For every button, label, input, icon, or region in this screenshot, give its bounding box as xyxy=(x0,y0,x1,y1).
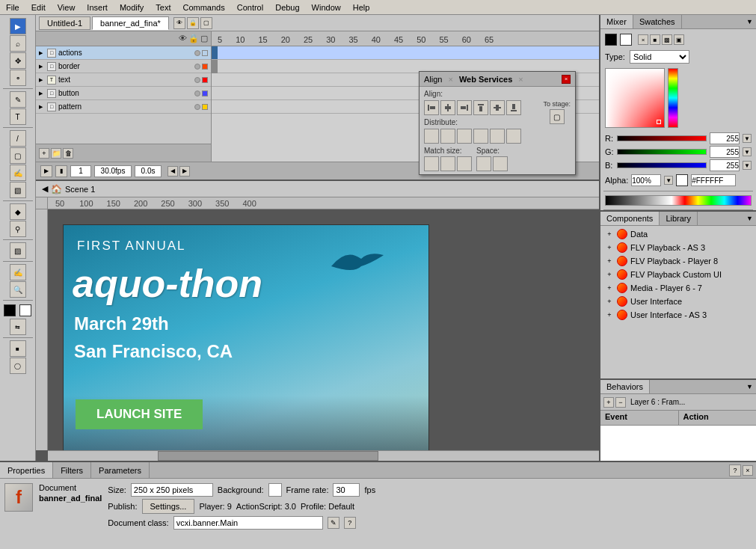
menu-modify[interactable]: Modify xyxy=(114,1,150,13)
alpha-input[interactable]: 100% xyxy=(631,174,661,186)
tostage-btn[interactable]: ▢ xyxy=(550,109,565,124)
layer-text[interactable]: ▶ T text xyxy=(36,73,211,87)
tab-components[interactable]: Components xyxy=(600,212,660,225)
color-spectrum[interactable] xyxy=(605,68,665,128)
align-vcenter-btn[interactable] xyxy=(490,100,505,115)
rect-tool[interactable]: ▢ xyxy=(10,147,26,164)
dist-left-btn[interactable] xyxy=(424,129,439,144)
class-input[interactable]: vcxi.banner.Main xyxy=(173,516,323,530)
prev-frame-btn[interactable]: ◀ xyxy=(168,166,178,177)
menu-insert[interactable]: Insert xyxy=(81,1,114,13)
remove-behavior-btn[interactable]: − xyxy=(615,397,626,408)
match-w-btn[interactable] xyxy=(424,156,439,171)
fill-tool[interactable]: ◆ xyxy=(10,203,26,220)
dist-right-btn[interactable] xyxy=(457,129,472,144)
mixer-menu-btn[interactable]: ▼ xyxy=(743,15,756,28)
snap-btn[interactable]: ■ xyxy=(10,340,26,357)
tab-mixer[interactable]: Mixer xyxy=(600,15,633,28)
align-right-btn[interactable] xyxy=(457,100,472,115)
expand-flvcustom[interactable]: + xyxy=(605,270,614,279)
swap-colors[interactable]: ⇆ xyxy=(10,319,26,335)
fps-input[interactable]: 30 xyxy=(333,483,360,497)
dist-hcenter-btn[interactable] xyxy=(440,129,455,144)
comp-item-media[interactable]: + Media - Player 6 - 7 xyxy=(602,281,755,295)
layer-border[interactable]: ▶ □ border xyxy=(36,60,211,73)
stroke-color[interactable] xyxy=(4,304,16,316)
new-folder-btn[interactable]: 📁 xyxy=(51,148,61,159)
comp-item-ui-as3[interactable]: + User Interface - AS 3 xyxy=(602,308,755,322)
eraser-tool[interactable]: ▨ xyxy=(10,242,26,259)
tab-behaviors[interactable]: Behaviors xyxy=(600,380,650,393)
fill-swatch[interactable] xyxy=(620,34,632,46)
lock-btn[interactable]: 🔒 xyxy=(187,17,199,29)
settings-btn[interactable]: Settings... xyxy=(142,499,195,514)
add-behavior-btn[interactable]: + xyxy=(603,397,614,408)
hue-slider[interactable] xyxy=(668,68,678,128)
dist-bottom-btn[interactable] xyxy=(506,129,521,144)
layer-button[interactable]: ▶ □ button xyxy=(36,87,211,100)
next-frame-btn[interactable]: ▶ xyxy=(179,166,190,177)
layer-pattern[interactable]: ▶ □ pattern xyxy=(36,100,211,114)
hex-input[interactable]: #FFFFFF xyxy=(691,174,736,186)
launch-site-btn[interactable]: LAUNCH SITE xyxy=(76,399,203,429)
align-bottom-btn[interactable] xyxy=(506,100,521,115)
space-v-btn[interactable] xyxy=(493,156,508,171)
layer-lock-icon[interactable]: 🔒 xyxy=(188,34,199,43)
hand-tool[interactable]: ✍ xyxy=(10,264,26,280)
match-h-btn[interactable] xyxy=(440,156,455,171)
comp-item-flv2[interactable]: + FLV Playback - Player 8 xyxy=(602,254,755,268)
class-debug-btn[interactable]: ? xyxy=(344,517,356,529)
zoom-tool[interactable]: 🔍 xyxy=(10,281,26,298)
r-arrow[interactable]: ▼ xyxy=(743,134,752,143)
pencil-tool[interactable]: ✍ xyxy=(10,165,26,181)
menu-commands[interactable]: Commands xyxy=(176,1,230,13)
stop-btn[interactable]: ▮ xyxy=(55,165,67,177)
pen-tool[interactable]: ✎ xyxy=(10,91,26,108)
b-input[interactable]: 255 xyxy=(710,159,740,171)
layer-actions[interactable]: ▶ □ actions xyxy=(36,46,211,60)
fps-display[interactable]: 30.0fps xyxy=(94,165,132,177)
brush-tool[interactable]: ▧ xyxy=(10,182,26,198)
bg-color[interactable] xyxy=(268,483,282,497)
align-left-btn[interactable] xyxy=(424,100,439,115)
play-btn[interactable]: ▶ xyxy=(40,165,52,177)
delete-layer-btn[interactable]: 🗑 xyxy=(63,148,73,159)
menu-debug[interactable]: Debug xyxy=(269,1,305,13)
menu-window[interactable]: Window xyxy=(306,1,347,13)
expand-media[interactable]: + xyxy=(605,283,614,292)
prop-info-btn[interactable]: ? xyxy=(729,464,741,476)
tab-untitled[interactable]: Untitled-1 xyxy=(39,16,90,30)
frame-number[interactable]: 1 xyxy=(70,165,91,177)
onion-btn[interactable]: ◯ xyxy=(10,358,26,374)
menu-edit[interactable]: Edit xyxy=(25,1,52,13)
g-arrow[interactable]: ▼ xyxy=(743,147,752,156)
dist-top-btn[interactable] xyxy=(473,129,488,144)
bitmap-btn[interactable]: ▣ xyxy=(674,34,684,45)
tab-library[interactable]: Library xyxy=(660,212,698,225)
back-btn[interactable]: ◀ xyxy=(42,184,48,194)
menu-view[interactable]: View xyxy=(52,1,82,13)
behav-menu-btn[interactable]: ▼ xyxy=(743,380,756,393)
b-arrow[interactable]: ▼ xyxy=(743,161,752,170)
expand-flv2[interactable]: + xyxy=(605,257,614,266)
fill-color[interactable] xyxy=(19,304,31,316)
align-tab[interactable]: Align xyxy=(424,75,442,84)
r-slider[interactable] xyxy=(617,135,707,141)
eye-btn[interactable]: 👁 xyxy=(173,17,185,29)
outline-btn[interactable]: ▢ xyxy=(200,17,212,29)
type-select[interactable]: Solid xyxy=(630,50,689,64)
comp-item-data[interactable]: + Data xyxy=(602,227,755,241)
menu-control[interactable]: Control xyxy=(231,1,269,13)
align-hcenter-btn[interactable] xyxy=(440,100,455,115)
space-h-btn[interactable] xyxy=(476,156,491,171)
transform-tool[interactable]: ✥ xyxy=(10,52,26,69)
tab-filters[interactable]: Filters xyxy=(53,462,91,478)
comp-item-ui[interactable]: + User Interface xyxy=(602,295,755,308)
expand-flv1[interactable]: + xyxy=(605,243,614,252)
color-gradient-bar[interactable] xyxy=(605,195,752,206)
tab-banner[interactable]: banner_ad_fina* xyxy=(92,16,169,30)
tab-swatches[interactable]: Swatches xyxy=(633,15,682,28)
stroke-swatch[interactable] xyxy=(605,34,617,46)
text-tool[interactable]: T xyxy=(10,108,26,125)
line-tool[interactable]: / xyxy=(10,130,26,147)
